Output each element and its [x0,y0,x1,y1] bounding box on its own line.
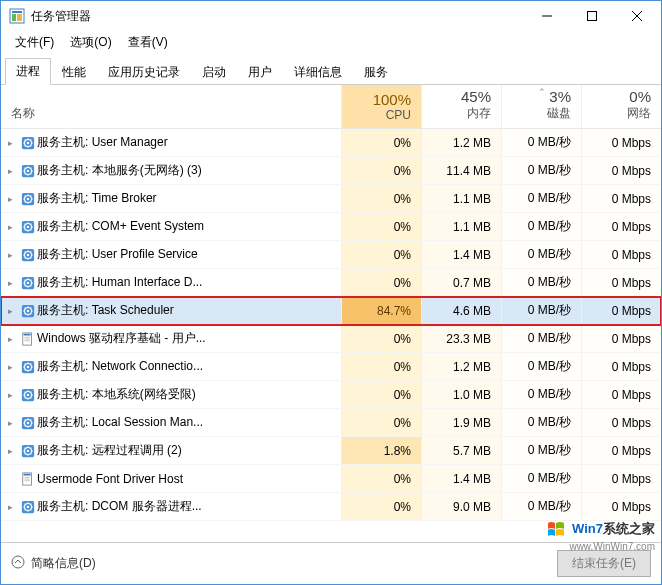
expand-toggle[interactable]: ▸ [1,129,19,156]
expand-toggle[interactable]: ▸ [1,437,19,464]
process-row[interactable]: ▸服务主机: Time Broker0%1.1 MB0 MB/秒0 Mbps [1,185,661,213]
header-label: 磁盘 [502,105,571,122]
svg-line-81 [25,307,26,308]
process-row[interactable]: ▸服务主机: COM+ Event System0%1.1 MB0 MB/秒0 … [1,213,661,241]
header-label: CPU [342,108,411,122]
header-col-CPU[interactable]: 100%CPU [341,85,421,128]
svg-point-10 [27,141,29,143]
fewer-details-button[interactable]: 简略信息(D) [11,555,96,572]
menu-view[interactable]: 查看(V) [120,32,176,53]
process-row[interactable]: ▸服务主机: Local Session Man...0%1.9 MB0 MB/… [1,409,661,437]
header-col-内存[interactable]: 45%内存 [421,85,501,128]
expand-toggle[interactable]: ▸ [1,213,19,240]
svg-point-141 [27,505,29,507]
process-row[interactable]: ▸服务主机: 远程过程调用 (2)1.8%5.7 MB0 MB/秒0 Mbps [1,437,661,465]
title-bar: 任务管理器 [1,1,661,31]
cpu-cell: 0% [341,325,421,352]
svg-line-26 [25,167,26,168]
memory-cell: 4.6 MB [421,297,501,324]
network-cell: 0 Mbps [581,381,661,408]
cpu-cell: 0% [341,185,421,212]
process-row[interactable]: ▸服务主机: 本地系统(网络受限)0%1.0 MB0 MB/秒0 Mbps [1,381,661,409]
expand-toggle[interactable]: ▸ [1,185,19,212]
svg-point-92 [27,365,29,367]
minimize-button[interactable] [524,1,569,31]
svg-line-71 [30,285,31,286]
network-cell: 0 Mbps [581,437,661,464]
maximize-button[interactable] [569,1,614,31]
header-name[interactable]: 名称 [1,85,341,128]
svg-line-149 [25,509,26,510]
process-name: 服务主机: Network Connectio... [37,353,341,380]
process-row[interactable]: ▸服务主机: User Profile Service0%1.4 MB0 MB/… [1,241,661,269]
svg-line-83 [30,307,31,308]
expand-toggle[interactable]: ▸ [1,157,19,184]
tab-6[interactable]: 服务 [353,59,399,85]
process-row[interactable]: ▸服务主机: DCOM 服务器进程...0%9.0 MB0 MB/秒0 Mbps [1,493,661,521]
svg-line-133 [25,453,26,454]
process-name: 服务主机: Time Broker [37,185,341,212]
end-task-button[interactable]: 结束任务(E) [557,550,651,577]
gear-icon [19,437,37,464]
svg-point-65 [27,281,29,283]
process-name: 服务主机: Task Scheduler [37,297,341,324]
memory-cell: 1.1 MB [421,213,501,240]
expand-toggle[interactable]: ▸ [1,381,19,408]
tab-1[interactable]: 性能 [51,59,97,85]
expand-toggle[interactable]: ▸ [1,493,19,520]
disk-cell: 0 MB/秒 [501,213,581,240]
cpu-cell: 0% [341,129,421,156]
svg-line-51 [25,229,26,230]
header-col-网络[interactable]: 0%网络 [581,85,661,128]
expand-toggle[interactable]: ▸ [1,269,19,296]
header-col-磁盘[interactable]: ⌃3%磁盘 [501,85,581,128]
svg-line-70 [25,279,26,280]
process-row[interactable]: ▸服务主机: Human Interface D...0%0.7 MB0 MB/… [1,269,661,297]
network-cell: 0 Mbps [581,157,661,184]
process-row[interactable]: ▸服务主机: 本地服务(无网络) (3)0%11.4 MB0 MB/秒0 Mbp… [1,157,661,185]
expand-toggle[interactable]: ▸ [1,409,19,436]
process-row[interactable]: ▸服务主机: Network Connectio...0%1.2 MB0 MB/… [1,353,661,381]
expand-toggle[interactable]: ▸ [1,241,19,268]
header-pct: 3% [502,88,571,105]
menu-options[interactable]: 选项(O) [62,32,119,53]
expand-toggle[interactable]: ▸ [1,325,19,352]
svg-line-18 [25,145,26,146]
close-button[interactable] [614,1,659,31]
window-title: 任务管理器 [31,8,524,25]
process-row[interactable]: ▸Windows 驱动程序基础 - 用户...0%23.3 MB0 MB/秒0 … [1,325,661,353]
svg-line-17 [30,139,31,140]
memory-cell: 1.4 MB [421,465,501,492]
memory-cell: 1.2 MB [421,129,501,156]
process-row[interactable]: Usermode Font Driver Host0%1.4 MB0 MB/秒0… [1,465,661,493]
memory-cell: 11.4 MB [421,157,501,184]
process-row[interactable]: ▸服务主机: Task Scheduler84.7%4.6 MB0 MB/秒0 … [1,297,661,325]
svg-line-146 [25,503,26,504]
fewer-details-label: 简略信息(D) [31,555,96,572]
svg-line-122 [25,425,26,426]
memory-cell: 5.7 MB [421,437,501,464]
svg-line-110 [30,391,31,392]
svg-line-120 [30,425,31,426]
cpu-cell: 0% [341,465,421,492]
tab-5[interactable]: 详细信息 [283,59,353,85]
windows-logo-icon [546,518,568,540]
process-row[interactable]: ▸服务主机: User Manager0%1.2 MB0 MB/秒0 Mbps [1,129,661,157]
network-cell: 0 Mbps [581,353,661,380]
svg-line-84 [25,313,26,314]
svg-line-27 [30,173,31,174]
tab-bar: 进程性能应用历史记录启动用户详细信息服务 [1,57,661,85]
page-icon [19,325,37,352]
network-cell: 0 Mbps [581,297,661,324]
expand-toggle[interactable]: ▸ [1,353,19,380]
gear-icon [19,297,37,324]
expand-toggle[interactable]: ▸ [1,297,19,324]
tab-2[interactable]: 应用历史记录 [97,59,191,85]
svg-point-125 [27,449,29,451]
tab-3[interactable]: 启动 [191,59,237,85]
gear-icon [19,353,37,380]
menu-file[interactable]: 文件(F) [7,32,62,53]
collapse-icon [11,555,25,572]
tab-0[interactable]: 进程 [5,58,51,85]
tab-4[interactable]: 用户 [237,59,283,85]
